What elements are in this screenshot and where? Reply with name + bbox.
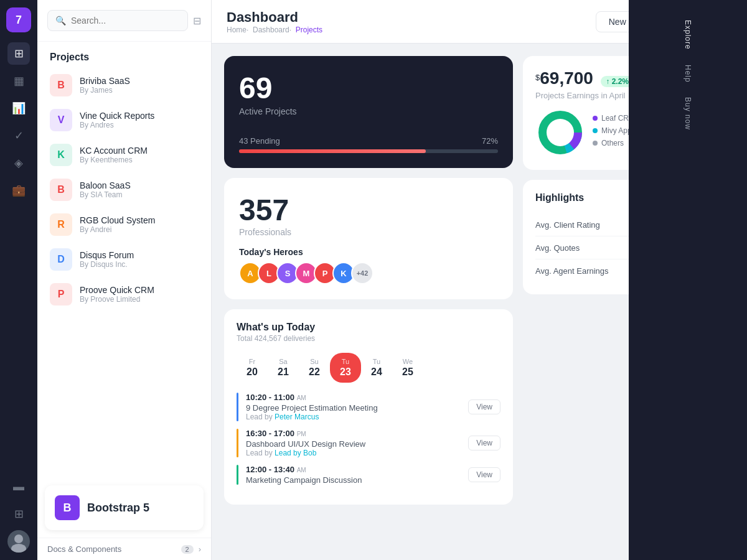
event-line [237, 465, 238, 485]
list-item[interactable]: V Vine Quick Reports By Andres [45, 103, 204, 138]
donut-chart [535, 108, 585, 157]
nav-icon-check[interactable]: ✓ [7, 124, 30, 147]
search-box: 🔍 [47, 10, 188, 31]
event-lead-link[interactable]: Lead by Bob [275, 449, 316, 457]
event-item: 10:20 - 11:00 AM 9 Degree Project Estima… [237, 393, 500, 421]
project-by: By James [80, 86, 130, 95]
nav-icon-card[interactable]: ▬ [7, 475, 30, 498]
event-lead: Lead by Lead by Bob [246, 449, 461, 457]
panel-tab-help[interactable]: Help [679, 57, 697, 90]
event-view-button[interactable]: View [468, 467, 500, 482]
calendar-day[interactable]: Tu 24 [361, 353, 392, 383]
legend-dot [593, 141, 598, 146]
page-title: Dashboard [227, 9, 322, 26]
breadcrumb: Home· Dashboard· Projects [227, 26, 322, 34]
docs-label: Docs & Components [47, 544, 121, 554]
project-name: KC Account CRM [80, 146, 148, 156]
day-num: 21 [278, 366, 289, 378]
event-ampm: PM [297, 431, 306, 437]
nav-user-avatar[interactable] [7, 530, 30, 553]
legend-label: Others [601, 139, 624, 147]
far-navigation: 7 ⊞ ▦ 📊 ✓ ◈ 💼 ▬ ⊞ [0, 0, 37, 560]
heroes-avatars: ALSMPK+42 [239, 262, 498, 284]
docs-count: 2 [181, 545, 194, 554]
project-by: By Andres [80, 121, 154, 129]
project-icon: B [50, 179, 72, 201]
project-icon: V [50, 109, 72, 131]
bootstrap-label: Bootstrap 5 [87, 502, 149, 515]
nav-icon-briefcase[interactable]: 💼 [7, 179, 30, 202]
day-num: 20 [247, 366, 258, 378]
calendar-day[interactable]: Sa 21 [268, 353, 299, 383]
day-name: Tu [373, 358, 380, 365]
bootstrap-icon: B [55, 495, 80, 520]
event-item: 16:30 - 17:00 PM Dashboard UI/UX Design … [237, 429, 500, 457]
legend-dot [593, 116, 598, 121]
list-item[interactable]: K KC Account CRM By Keenthemes [45, 138, 204, 172]
project-name: Baloon SaaS [80, 180, 131, 190]
earnings-amount: 69,700 [540, 68, 593, 88]
bootstrap-banner[interactable]: B Bootstrap 5 [45, 485, 204, 530]
list-item[interactable]: P Proove Quick CRM By Proove Limited [45, 277, 204, 312]
event-content: 16:30 - 17:00 PM Dashboard UI/UX Design … [246, 429, 461, 457]
active-projects-card: 69 Active Projects 43 Pending 72% [224, 56, 513, 168]
calendar-day[interactable]: Su 22 [299, 353, 330, 383]
day-name: Sa [279, 358, 287, 365]
highlight-label: Avg. Quotes [535, 243, 580, 253]
chevron-right-icon: › [199, 544, 201, 554]
project-icon: R [50, 213, 72, 236]
day-num: 23 [340, 366, 351, 378]
events-list: 10:20 - 11:00 AM 9 Degree Project Estima… [237, 393, 500, 485]
legend-label: Mivy App [601, 126, 632, 135]
nav-icon-grid[interactable]: ▦ [7, 70, 30, 92]
progress-section: 43 Pending 72% [239, 136, 498, 153]
calendar-day[interactable]: Fr 20 [237, 353, 268, 383]
event-content: 12:00 - 13:40 AM Marketing Campaign Disc… [246, 465, 461, 485]
project-by: By Disqus Inc. [80, 260, 134, 269]
project-name: Vine Quick Reports [80, 111, 154, 121]
event-lead-link[interactable]: Peter Marcus [275, 413, 319, 421]
professionals-card: 357 Professionals Today's Heroes ALSMPK+… [224, 178, 513, 299]
event-title: 9 Degree Project Estimation Meeting [246, 403, 461, 413]
day-num: 25 [402, 366, 413, 378]
day-name: Fr [249, 358, 255, 365]
filter-icon[interactable]: ⊟ [193, 15, 201, 27]
active-label: Active Projects [239, 106, 498, 116]
progress-bar-bg [239, 149, 498, 153]
highlight-label: Avg. Agent Earnings [535, 266, 609, 276]
professionals-label: Professionals [239, 227, 498, 237]
project-icon: B [50, 74, 72, 96]
list-item[interactable]: R RGB Cloud System By Andrei [45, 207, 204, 242]
calendar-day[interactable]: We 25 [392, 353, 423, 383]
sidebar: 🔍 ⊟ Projects B Briviba SaaS By James V V… [37, 0, 212, 560]
event-time: 12:00 - 13:40 AM [246, 465, 461, 474]
nav-icon-layers[interactable]: ◈ [7, 152, 30, 174]
event-title: Dashboard UI/UX Design Review [246, 439, 461, 449]
project-by: By SIA Team [80, 190, 131, 199]
event-time: 10:20 - 11:00 AM [246, 393, 461, 402]
schedule-card: What's up Today Total 424,567 deliveries… [224, 309, 513, 505]
list-item[interactable]: B Briviba SaaS By James [45, 68, 204, 103]
progress-bar-fill [239, 149, 426, 153]
day-num: 24 [371, 366, 382, 378]
nav-icon-dashboard[interactable]: ⊞ [7, 42, 30, 65]
event-view-button[interactable]: View [468, 436, 500, 450]
list-item[interactable]: D Disqus Forum By Disqus Inc. [45, 242, 204, 277]
panel-tab-explore[interactable]: Explore [679, 12, 697, 57]
project-icon: K [50, 144, 72, 166]
panel-tab-buynow[interactable]: Buy now [679, 90, 697, 138]
project-by: By Keenthemes [80, 156, 148, 164]
docs-link[interactable]: Docs & Components 2 › [37, 538, 211, 560]
app-avatar[interactable]: 7 [6, 7, 31, 32]
calendar-day[interactable]: Tu 23 [330, 353, 361, 383]
list-item[interactable]: B Baloon SaaS By SIA Team [45, 172, 204, 207]
right-panel: Explore Help Buy now [629, 0, 747, 560]
nav-icon-grid2[interactable]: ⊞ [7, 503, 30, 525]
day-name: We [403, 358, 413, 365]
sidebar-search-area: 🔍 ⊟ [37, 0, 211, 42]
search-input[interactable] [71, 16, 180, 26]
schedule-subtitle: Total 424,567 deliveries [237, 334, 500, 343]
nav-icon-chart[interactable]: 📊 [7, 97, 30, 119]
event-view-button[interactable]: View [468, 399, 500, 414]
day-name: Tu [342, 358, 349, 365]
